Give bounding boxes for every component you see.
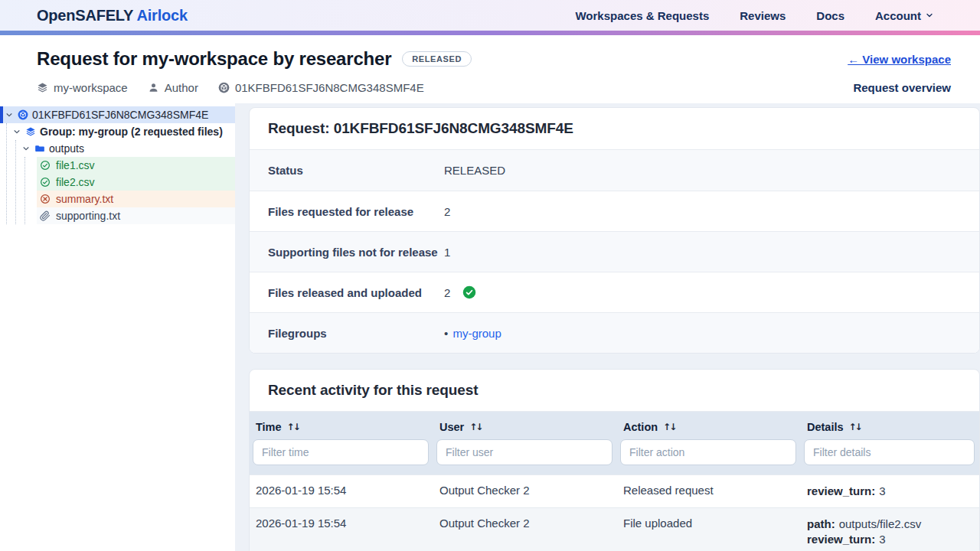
activity-details: path:outputs/file2.csv review_turn:3 xyxy=(801,508,979,551)
filter-details-input[interactable] xyxy=(804,439,975,465)
filter-user-input[interactable] xyxy=(436,439,612,465)
person-icon xyxy=(148,82,159,93)
tree-guide-line xyxy=(6,123,7,224)
tree-item-file2-csv[interactable]: file2.csv xyxy=(37,174,235,191)
activity-user: Output Checker 2 xyxy=(433,508,617,551)
page-header-right: ← View workspace Request overview xyxy=(848,46,951,103)
detail-key: review_turn: xyxy=(807,484,875,497)
detail-row-files-released: Files released and uploaded 2 xyxy=(250,272,979,312)
detail-label: Filegroups xyxy=(250,327,444,340)
x-circle-icon xyxy=(40,194,51,204)
nav-docs[interactable]: Docs xyxy=(816,9,844,22)
top-navbar: OpenSAFELY Airlock Workspaces & Requests… xyxy=(0,0,980,31)
request-overview-link[interactable]: Request overview xyxy=(853,81,951,94)
detail-row-supporting-files: Supporting files not for release 1 xyxy=(250,231,979,272)
paperclip-icon xyxy=(40,210,51,221)
content-area: 01KFBFD61SFJ6N8CMG348SMF4E Group: my-gro… xyxy=(0,103,980,551)
detail-row-filegroups: Filegroups • my-group xyxy=(250,312,979,353)
tree-item-request-root[interactable]: 01KFBFD61SFJ6N8CMG348SMF4E xyxy=(0,106,235,123)
request-cube-icon xyxy=(18,109,28,120)
activity-table-header: Time ↑↓ User ↑↓ Action ↑↓ Details ↑↓ xyxy=(250,412,979,474)
page-header-left: Request for my-workspace by researcher R… xyxy=(37,46,472,103)
chevron-down-icon[interactable] xyxy=(12,127,21,136)
sort-icon[interactable]: ↑↓ xyxy=(849,422,861,432)
activity-action: Released request xyxy=(617,475,801,507)
layers-icon xyxy=(25,126,36,137)
filegroup-link[interactable]: my-group xyxy=(452,327,501,340)
chevron-down-icon xyxy=(925,11,934,20)
activity-action: File uploaded xyxy=(617,508,801,551)
tree-guide-line xyxy=(15,140,16,224)
activity-row: 2026-01-19 15:54 Output Checker 2 Releas… xyxy=(250,474,979,507)
recent-activity-card: Recent activity for this request Time ↑↓… xyxy=(249,369,980,551)
meta-workspace: my-workspace xyxy=(37,81,128,94)
column-label: User xyxy=(439,421,464,433)
tree-item-label: 01KFBFD61SFJ6N8CMG348SMF4E xyxy=(32,109,208,121)
column-header-user[interactable]: User ↑↓ xyxy=(433,412,617,435)
request-card-title: Request: 01KFBFD61SFJ6N8CMG348SMF4E xyxy=(250,108,979,150)
column-header-details[interactable]: Details ↑↓ xyxy=(801,412,979,435)
detail-value: 2 xyxy=(444,286,450,299)
meta-request-id-value: 01KFBFD61SFJ6N8CMG348SMF4E xyxy=(235,81,424,94)
nav-reviews[interactable]: Reviews xyxy=(740,9,786,22)
meta-author-label: Author xyxy=(165,81,198,94)
filter-action-input[interactable] xyxy=(620,439,796,465)
detail-val: outputs/file2.csv xyxy=(839,517,922,530)
tree-item-label: file2.csv xyxy=(56,176,95,188)
detail-label: Status xyxy=(250,164,444,177)
status-badge: RELEASED xyxy=(402,51,472,67)
layers-icon xyxy=(37,82,48,93)
nav-workspaces-requests[interactable]: Workspaces & Requests xyxy=(575,9,709,22)
chevron-down-icon[interactable] xyxy=(21,144,31,153)
detail-val: 3 xyxy=(879,533,885,546)
tree-item-label: outputs xyxy=(49,142,84,155)
activity-card-title: Recent activity for this request xyxy=(250,370,979,412)
tree-item-supporting-txt[interactable]: supporting.txt xyxy=(37,207,235,224)
detail-value: 1 xyxy=(444,246,450,259)
detail-key: review_turn: xyxy=(807,533,875,546)
tree-item-folder-outputs[interactable]: outputs xyxy=(0,140,235,157)
request-details-card: Request: 01KFBFD61SFJ6N8CMG348SMF4E Stat… xyxy=(249,107,980,354)
request-meta: my-workspace Author 01KFBFD61SFJ6N8CMG34… xyxy=(37,81,472,94)
sort-icon[interactable]: ↑↓ xyxy=(287,422,299,432)
column-header-time[interactable]: Time ↑↓ xyxy=(250,412,433,435)
check-circle-icon xyxy=(40,177,51,187)
tree-item-group-my-group[interactable]: Group: my-group (2 requested files) xyxy=(0,123,235,140)
tree-guide-line xyxy=(24,157,25,224)
brand-logo[interactable]: OpenSAFELY Airlock xyxy=(37,7,188,24)
activity-time: 2026-01-19 15:54 xyxy=(250,475,433,507)
chevron-down-icon[interactable] xyxy=(5,110,14,119)
meta-workspace-label: my-workspace xyxy=(54,81,128,94)
page-title: Request for my-workspace by researcher xyxy=(37,48,391,70)
check-circle-icon xyxy=(40,160,51,171)
meta-request-id: 01KFBFD61SFJ6N8CMG348SMF4E xyxy=(218,81,424,94)
detail-label: Files requested for release xyxy=(250,205,444,218)
detail-label: Supporting files not for release xyxy=(250,246,444,259)
detail-val: 3 xyxy=(879,484,885,497)
tree-item-summary-txt[interactable]: summary.txt xyxy=(37,191,235,207)
detail-key: path: xyxy=(807,517,835,530)
brand-secondary: Airlock xyxy=(136,7,187,24)
sort-icon[interactable]: ↑↓ xyxy=(469,422,482,432)
sort-icon[interactable]: ↑↓ xyxy=(663,422,675,432)
column-label: Details xyxy=(807,421,844,433)
uploaded-check-icon xyxy=(462,285,476,299)
tree-item-label: Group: my-group (2 requested files) xyxy=(40,126,223,138)
tree-item-label: summary.txt xyxy=(56,193,113,205)
bullet-icon: • xyxy=(444,327,448,340)
detail-value: 2 xyxy=(444,205,450,218)
nav-account-menu[interactable]: Account xyxy=(875,9,934,22)
activity-user: Output Checker 2 xyxy=(433,475,617,507)
filter-time-input[interactable] xyxy=(253,439,429,465)
tree-item-label: file1.csv xyxy=(56,159,95,171)
view-workspace-link[interactable]: ← View workspace xyxy=(848,46,951,72)
column-header-action[interactable]: Action ↑↓ xyxy=(617,412,801,435)
column-label: Action xyxy=(623,421,658,433)
activity-row: 2026-01-19 15:54 Output Checker 2 File u… xyxy=(250,507,979,551)
detail-row-status: Status RELEASED xyxy=(250,150,979,191)
request-cube-icon xyxy=(218,82,230,93)
nav-account-label: Account xyxy=(875,9,921,22)
brand-primary: OpenSAFELY xyxy=(37,7,133,24)
detail-value: RELEASED xyxy=(444,164,505,177)
tree-item-file1-csv[interactable]: file1.csv xyxy=(37,157,235,174)
